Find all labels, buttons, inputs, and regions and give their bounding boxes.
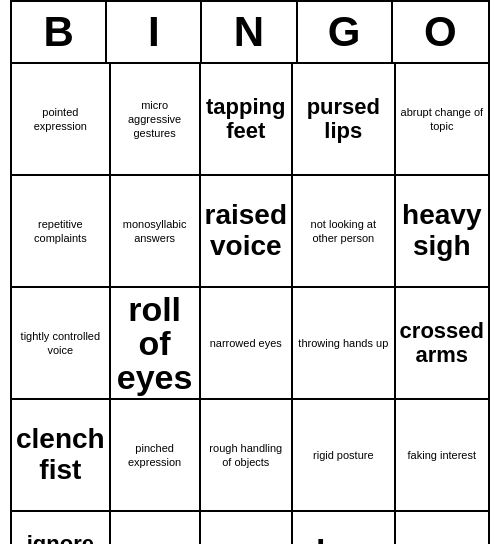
bingo-letter-n: N	[202, 2, 297, 62]
bingo-cell-24: holding head in hands	[396, 512, 488, 544]
bingo-cell-5: repetitive complaints	[12, 176, 111, 288]
bingo-cell-16: pinched expression	[111, 400, 201, 512]
bingo-cell-20: ignore other person	[12, 512, 111, 544]
bingo-cell-18: rigid posture	[293, 400, 396, 512]
bingo-cell-13: throwing hands up	[293, 288, 396, 400]
bingo-cell-10: tightly controlled voice	[12, 288, 111, 400]
bingo-cell-17: rough handling of objects	[201, 400, 294, 512]
bingo-letter-b: B	[12, 2, 107, 62]
bingo-cell-6: monosyllabic answers	[111, 176, 201, 288]
bingo-header: BINGO	[12, 2, 488, 64]
bingo-cell-3: pursed lips	[293, 64, 396, 176]
bingo-cell-21: rub forehead	[111, 512, 201, 544]
bingo-cell-23: sharp tone	[293, 512, 396, 544]
bingo-cell-7: raised voice	[201, 176, 294, 288]
bingo-card: BINGO pointed expressionmicro aggressive…	[10, 0, 490, 544]
bingo-letter-o: O	[393, 2, 488, 62]
bingo-cell-22: sarcasm	[201, 512, 294, 544]
bingo-cell-2: tapping feet	[201, 64, 294, 176]
bingo-letter-g: G	[298, 2, 393, 62]
bingo-cell-9: heavy sigh	[396, 176, 488, 288]
bingo-cell-12: narrowed eyes	[201, 288, 294, 400]
bingo-cell-15: clench fist	[12, 400, 111, 512]
bingo-cell-1: micro aggressive gestures	[111, 64, 201, 176]
bingo-cell-19: faking interest	[396, 400, 488, 512]
bingo-cell-0: pointed expression	[12, 64, 111, 176]
bingo-letter-i: I	[107, 2, 202, 62]
bingo-grid: pointed expressionmicro aggressive gestu…	[12, 64, 488, 544]
bingo-cell-14: crossed arms	[396, 288, 488, 400]
bingo-cell-8: not looking at other person	[293, 176, 396, 288]
bingo-cell-11: roll of eyes	[111, 288, 201, 400]
bingo-cell-4: abrupt change of topic	[396, 64, 488, 176]
